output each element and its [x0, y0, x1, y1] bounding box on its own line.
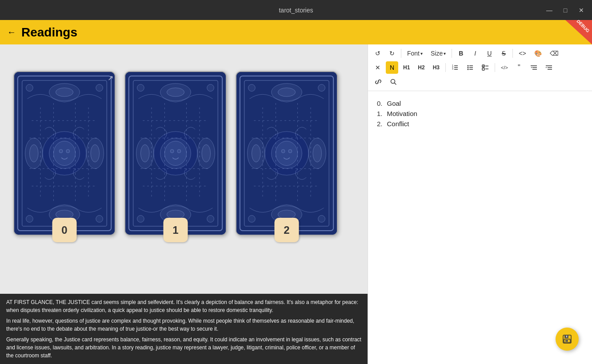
link-icon	[375, 78, 382, 85]
svg-point-92	[468, 69, 469, 70]
underline-button[interactable]: U	[483, 47, 496, 60]
tarot-card-0[interactable]: ↗	[13, 71, 116, 236]
svg-point-27	[66, 149, 70, 153]
code-block-button[interactable]: </>	[498, 61, 511, 74]
save-icon	[562, 334, 572, 344]
clear-format-button[interactable]: ✕	[372, 61, 384, 74]
info-line-1: AT FIRST GLANCE, THE JUSTICE card seems …	[6, 298, 361, 314]
tarot-card-2[interactable]	[236, 71, 338, 236]
italic-button[interactable]: I	[469, 47, 481, 60]
size-dropdown-button[interactable]: Size ▾	[428, 47, 449, 60]
task-list-button[interactable]	[479, 61, 492, 74]
svg-point-8	[29, 144, 38, 162]
quote-button[interactable]: "	[513, 61, 525, 74]
redo-button[interactable]: ↻	[386, 47, 398, 60]
svg-point-4	[56, 88, 73, 97]
svg-point-24	[96, 216, 103, 223]
card-bg-2	[236, 72, 337, 235]
svg-point-77	[248, 84, 256, 92]
h3-button[interactable]: H3	[430, 61, 443, 74]
svg-line-107	[395, 83, 396, 85]
card-wrapper-0[interactable]: ↗ 0	[13, 71, 116, 236]
indent-dec-icon	[530, 64, 537, 71]
svg-point-50	[207, 84, 214, 92]
svg-point-78	[318, 84, 325, 92]
page-title: Readings	[21, 25, 77, 40]
debug-label: DEBUG	[576, 19, 590, 33]
svg-rect-99	[482, 68, 484, 70]
color-button[interactable]: 🎨	[531, 47, 545, 60]
bold-button[interactable]: B	[455, 47, 467, 60]
card-badge-1: 1	[164, 218, 188, 242]
ordered-list-button[interactable]: 123	[448, 61, 462, 74]
svg-point-64	[252, 144, 260, 162]
minimize-button[interactable]: —	[543, 4, 556, 16]
svg-point-38	[202, 144, 211, 162]
list-item-2-num: 2.	[377, 120, 383, 128]
back-icon: ←	[7, 27, 16, 37]
unordered-list-icon	[467, 64, 474, 71]
font-dropdown-button[interactable]: Font ▾	[404, 47, 426, 60]
svg-point-82	[281, 149, 285, 153]
card-svg-2	[236, 72, 337, 235]
separator-1	[401, 49, 401, 58]
svg-point-21	[26, 84, 33, 92]
maximize-button[interactable]: □	[559, 4, 572, 16]
svg-point-60	[278, 88, 295, 97]
toolbar-row-3	[372, 76, 588, 88]
h1-button[interactable]: H1	[400, 61, 413, 74]
svg-point-83	[288, 149, 292, 153]
window-controls: — □ ✕	[543, 4, 588, 16]
svg-rect-111	[565, 340, 568, 342]
search-button[interactable]	[387, 76, 400, 88]
card-bg-1	[125, 72, 226, 235]
list-item-0-text: Goal	[387, 100, 401, 107]
ordered-list-icon: 123	[452, 64, 459, 71]
size-label: Size	[431, 50, 443, 57]
separator-3	[512, 49, 513, 58]
window-title: tarot_stories	[279, 7, 313, 14]
list-item-1-num: 1.	[377, 110, 383, 117]
cursor-0: ↗	[108, 74, 113, 81]
svg-point-49	[137, 84, 144, 92]
back-button[interactable]: ←	[7, 27, 16, 37]
strikethrough-button[interactable]: S̶	[497, 47, 510, 60]
editor-content[interactable]: 0. Goal 1. Motivation 2. Conflict	[368, 91, 592, 364]
indent-dec-button[interactable]	[527, 61, 540, 74]
svg-point-91	[468, 67, 469, 68]
undo-button[interactable]: ↺	[372, 47, 384, 60]
separator-5	[495, 63, 495, 72]
editor-panel: ↺ ↻ Font ▾ Size ▾ B I U S̶ <> 🎨	[368, 44, 592, 364]
card-panel: ↗ 0	[0, 44, 368, 364]
link-button[interactable]	[372, 76, 385, 88]
title-bar: tarot_stories — □ ✕	[0, 0, 592, 20]
card-svg-0	[14, 72, 115, 235]
svg-point-25	[53, 141, 75, 165]
svg-point-32	[167, 88, 184, 97]
h2-button[interactable]: H2	[415, 61, 428, 74]
card-wrapper-2[interactable]: 2	[236, 71, 338, 236]
code-inline-button[interactable]: <>	[516, 47, 529, 60]
svg-point-10	[91, 144, 100, 162]
svg-point-81	[276, 141, 297, 165]
tarot-card-1[interactable]	[124, 71, 227, 236]
list-item-2: 2. Conflict	[377, 119, 583, 129]
highlight-button[interactable]: ⌫	[547, 47, 562, 60]
svg-point-79	[248, 216, 256, 223]
svg-point-90	[468, 65, 469, 67]
unordered-list-button[interactable]	[464, 61, 477, 74]
svg-point-36	[140, 144, 149, 162]
indent-inc-button[interactable]	[542, 61, 556, 74]
svg-point-52	[207, 216, 214, 223]
font-dropdown-icon: ▾	[420, 51, 423, 56]
close-button[interactable]: ✕	[575, 4, 588, 16]
list-item-1-text: Motivation	[387, 110, 417, 117]
debug-badge: DEBUG	[565, 20, 592, 44]
save-fab-button[interactable]	[556, 328, 579, 351]
svg-point-23	[26, 216, 33, 223]
svg-point-53	[164, 141, 186, 165]
cards-container: ↗ 0	[0, 58, 351, 249]
card-wrapper-1[interactable]: 1	[124, 71, 227, 236]
normal-text-button[interactable]: N	[386, 61, 398, 74]
svg-point-26	[59, 149, 63, 153]
